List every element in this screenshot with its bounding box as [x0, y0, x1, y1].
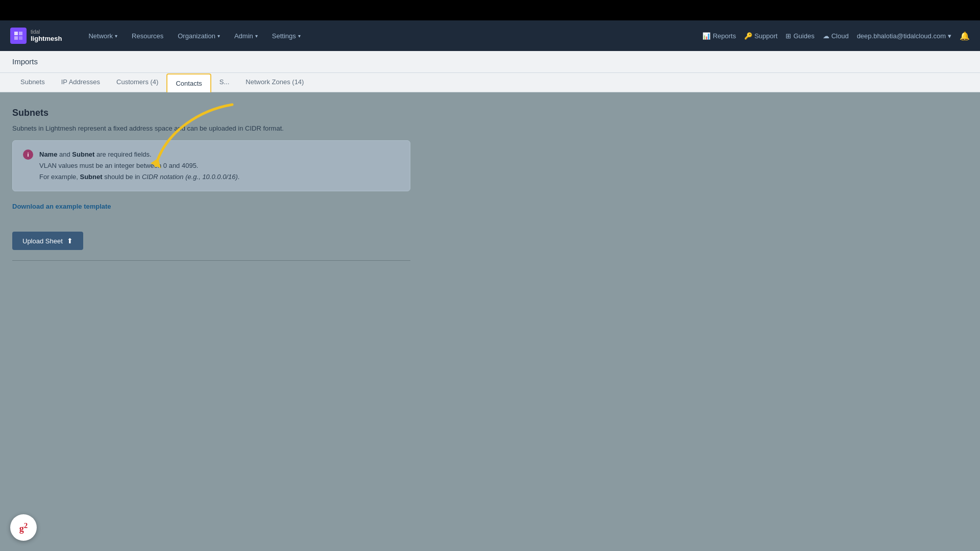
nav-resources[interactable]: Resources: [126, 29, 169, 43]
nav-reports[interactable]: 📊 Reports: [702, 32, 736, 40]
logo-subname: lightmesh: [31, 35, 62, 42]
tabs-bar: Subnets IP Addresses Customers (4) Conta…: [0, 73, 980, 92]
page-header: Imports: [0, 51, 980, 73]
nav-support[interactable]: 🔑 Support: [744, 32, 778, 40]
svg-rect-3: [19, 36, 22, 40]
info-line-2: VLAN values must be an integer between 0…: [39, 160, 239, 171]
download-template-link[interactable]: Download an example template: [12, 203, 111, 210]
tab-s[interactable]: S...: [211, 73, 238, 92]
tab-network-zones[interactable]: Network Zones (14): [237, 73, 312, 92]
chevron-down-icon: ▾: [255, 33, 258, 39]
tab-customers[interactable]: Customers (4): [108, 73, 166, 92]
nav-network[interactable]: Network ▾: [82, 29, 124, 43]
page-title: Imports: [12, 57, 38, 66]
upload-sheet-button[interactable]: Upload Sheet ⬆: [12, 232, 83, 250]
nav-items: Network ▾ Resources Organization ▾ Admin…: [82, 29, 702, 43]
page-background: Imports Subnets IP Addresses Customers (…: [0, 51, 980, 551]
info-box: i Name and Subnet are required fields. V…: [12, 140, 410, 191]
bar-chart-icon: 📊: [702, 32, 710, 40]
tab-ip-addresses[interactable]: IP Addresses: [53, 73, 108, 92]
logo-text-area: tidal lightmesh: [31, 29, 62, 42]
content-area: Subnets Subnets in Lightmesh represent a…: [0, 92, 980, 286]
top-bar: [0, 0, 980, 20]
nav-right: 📊 Reports 🔑 Support ⊞ Guides ☁ Cloud dee…: [702, 31, 970, 41]
g2-badge[interactable]: g2: [10, 514, 37, 541]
tab-contacts[interactable]: Contacts: [166, 73, 211, 92]
nav-guides[interactable]: ⊞ Guides: [786, 32, 814, 40]
logo-area[interactable]: tidal lightmesh: [10, 28, 62, 44]
logo-icon: [10, 28, 27, 44]
info-icon: i: [23, 149, 33, 160]
logo-name: tidal: [31, 29, 62, 35]
svg-rect-0: [14, 32, 18, 35]
g2-superscript: 2: [24, 521, 28, 530]
upload-icon: ⬆: [67, 237, 73, 245]
chevron-down-icon: ▾: [298, 33, 301, 39]
nav-organization[interactable]: Organization ▾: [172, 29, 226, 43]
navbar: tidal lightmesh Network ▾ Resources Orga…: [0, 20, 980, 51]
nav-user[interactable]: deep.bhalotia@tidalcloud.com ▾: [857, 32, 951, 40]
svg-rect-1: [19, 32, 22, 35]
info-text-content: Name and Subnet are required fields. VLA…: [39, 149, 239, 183]
chevron-down-icon: ▾: [948, 32, 951, 40]
nav-settings[interactable]: Settings ▾: [266, 29, 307, 43]
g2-label: g2: [19, 521, 28, 534]
svg-rect-2: [14, 36, 18, 40]
tab-subnets[interactable]: Subnets: [12, 73, 53, 92]
chevron-down-icon: ▾: [115, 33, 117, 39]
nav-cloud[interactable]: ☁ Cloud: [823, 32, 849, 40]
cloud-icon: ☁: [823, 32, 829, 40]
info-line-3: For example, Subnet should be in CIDR no…: [39, 171, 239, 183]
chevron-down-icon: ▾: [217, 33, 220, 39]
notification-bell-icon[interactable]: 🔔: [960, 31, 970, 41]
section-description: Subnets in Lightmesh represent a fixed a…: [12, 124, 968, 132]
nav-admin[interactable]: Admin ▾: [228, 29, 264, 43]
grid-icon: ⊞: [786, 32, 791, 40]
divider: [12, 260, 410, 261]
info-line-1: Name and Subnet are required fields.: [39, 149, 239, 160]
section-title: Subnets: [12, 108, 968, 118]
key-icon: 🔑: [744, 32, 752, 40]
